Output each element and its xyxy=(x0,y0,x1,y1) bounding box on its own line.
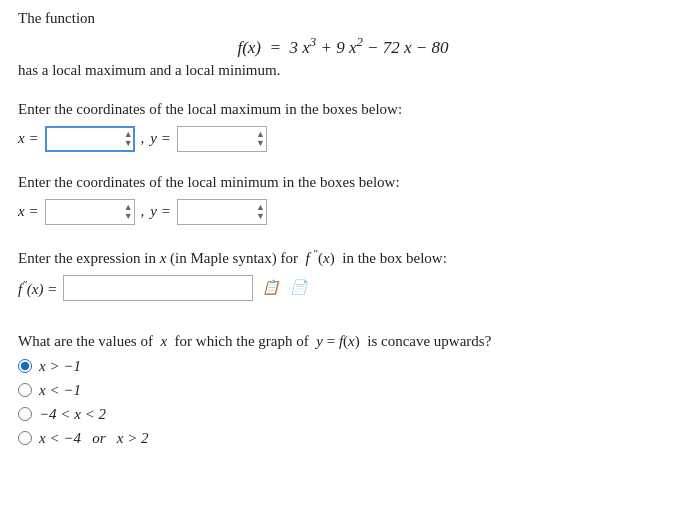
local-max-y-input[interactable] xyxy=(177,126,267,152)
formula-display: f(x) = 3 x3 + 9 x2 − 72 x − 80 xyxy=(18,35,668,58)
local-min-label: Enter the coordinates of the local minim… xyxy=(18,174,668,191)
file-icon[interactable]: 📄 xyxy=(287,277,309,299)
fpp-expression-input[interactable] xyxy=(63,275,253,301)
local-min-comma: , xyxy=(141,203,145,220)
concave-question-section: What are the values of x for which the g… xyxy=(18,333,668,447)
local-max-label: Enter the coordinates of the local maxim… xyxy=(18,101,668,118)
intro-text: The function xyxy=(18,10,668,27)
fpp-section: Enter the expression in x (in Maple synt… xyxy=(18,247,668,301)
radio-input-1[interactable] xyxy=(18,359,32,373)
concave-question: What are the values of x for which the g… xyxy=(18,333,668,350)
local-max-y-eq-label: y = xyxy=(150,130,171,147)
has-local-extrema-text: has a local maximum and a local minimum. xyxy=(18,62,668,79)
radio-label-4: x < −4 or x > 2 xyxy=(39,430,149,447)
local-max-comma: , xyxy=(141,130,145,147)
radio-option-2[interactable]: x < −1 xyxy=(18,382,668,399)
radio-label-2: x < −1 xyxy=(39,382,81,399)
local-max-x-wrapper: ▲▼ xyxy=(45,126,135,152)
local-min-section: Enter the coordinates of the local minim… xyxy=(18,174,668,225)
local-min-x-eq-label: x = xyxy=(18,203,39,220)
fpp-input-row: f″(x) = 📋 📄 xyxy=(18,275,668,301)
local-max-x-eq-label: x = xyxy=(18,130,39,147)
local-max-coords-row: x = ▲▼ , y = ▲▼ xyxy=(18,126,668,152)
local-max-section: Enter the coordinates of the local maxim… xyxy=(18,101,668,152)
local-min-y-wrapper: ▲▼ xyxy=(177,199,267,225)
local-min-y-eq-label: y = xyxy=(150,203,171,220)
radio-label-1: x > −1 xyxy=(39,358,81,375)
radio-option-4[interactable]: x < −4 or x > 2 xyxy=(18,430,668,447)
radio-option-3[interactable]: −4 < x < 2 xyxy=(18,406,668,423)
paste-icon[interactable]: 📋 xyxy=(259,277,281,299)
fpp-eq-label: f″(x) = xyxy=(18,278,57,298)
local-max-x-input[interactable] xyxy=(45,126,135,152)
radio-input-2[interactable] xyxy=(18,383,32,397)
fpp-instruction: Enter the expression in x (in Maple synt… xyxy=(18,247,668,267)
local-min-x-input[interactable] xyxy=(45,199,135,225)
local-min-x-wrapper: ▲▼ xyxy=(45,199,135,225)
radio-label-3: −4 < x < 2 xyxy=(39,406,106,423)
radio-input-3[interactable] xyxy=(18,407,32,421)
radio-option-1[interactable]: x > −1 xyxy=(18,358,668,375)
radio-input-4[interactable] xyxy=(18,431,32,445)
local-min-y-input[interactable] xyxy=(177,199,267,225)
local-min-coords-row: x = ▲▼ , y = ▲▼ xyxy=(18,199,668,225)
local-max-y-wrapper: ▲▼ xyxy=(177,126,267,152)
